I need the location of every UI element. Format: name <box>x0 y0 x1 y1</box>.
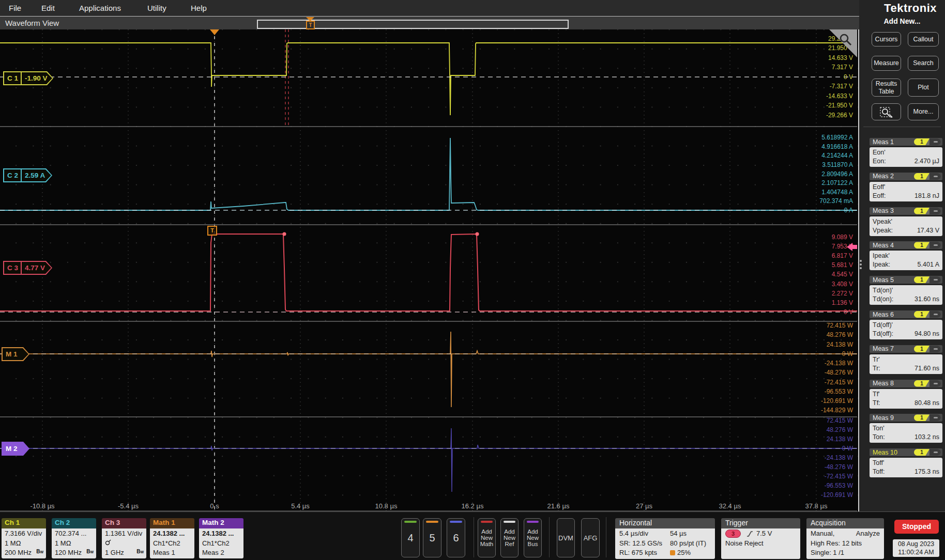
meas-panel-1[interactable]: Meas 11Eon'Eon:2.470 µJ <box>870 138 942 167</box>
panel-resize-handle[interactable] <box>860 258 862 271</box>
horizontal-scale: 5.4 µs/div <box>619 529 670 539</box>
overview-trigger-marker[interactable]: T <box>306 21 315 29</box>
menu-item-edit[interactable]: Edit <box>41 4 55 12</box>
channel-badge-title: Math 2 <box>199 518 243 528</box>
meas-key: Eoff: <box>873 192 886 199</box>
meas-value: 2.470 µJ <box>914 158 939 165</box>
math1-badge[interactable]: M 1 <box>2 347 29 361</box>
callout-button[interactable]: Callout <box>908 32 939 46</box>
math1-scale-label: 0 W <box>842 350 853 357</box>
meas-source-badge: 1 <box>914 208 941 214</box>
menu-item-file[interactable]: File <box>9 4 21 12</box>
math1-settings-badge[interactable]: Math 124.1382 ...Ch1*Ch2Meas 1 <box>150 518 194 558</box>
channel-4-button[interactable]: 4 <box>401 518 420 557</box>
math2-scale-label: 24.138 W <box>827 435 853 443</box>
ch1-trace <box>0 43 857 115</box>
ch2-settings-badge[interactable]: Ch 2702.374 ...1 MΩ120 MHzBW <box>52 518 96 558</box>
ch2-scale-label: 0 A <box>844 207 853 214</box>
time-axis-label: 16.2 µs <box>462 502 484 510</box>
meas-panel-2[interactable]: Meas 21Eoff'Eoff:181.8 nJ <box>870 173 942 201</box>
plot-button[interactable]: Plot <box>908 79 939 97</box>
menu-item-applications[interactable]: Applications <box>79 4 121 12</box>
math2-scale-label: -24.138 W <box>825 454 853 461</box>
ch1-scale-label: -29.266 V <box>826 112 853 119</box>
meas-panel-10[interactable]: Meas 101Toff'Toff:175.3 ns <box>870 448 942 477</box>
bandwidth-icon: BW <box>36 547 43 557</box>
ch1-scale-label: -14.633 V <box>826 92 853 100</box>
ch3-badge[interactable]: C 34.77 V <box>3 261 52 275</box>
channel-5-button[interactable]: 5 <box>423 518 441 557</box>
trigger-panel[interactable]: Trigger 3 7.5 V Noise Reject <box>721 518 800 559</box>
math1-scale-label: -72.415 W <box>825 379 853 386</box>
meas-name: Ipeak' <box>873 252 939 259</box>
ch3-trace <box>0 234 857 311</box>
stopped-button[interactable]: Stopped <box>894 520 939 534</box>
dvm-button[interactable]: DVM <box>557 518 575 557</box>
meas-title: Meas 9 <box>873 414 894 422</box>
ch3-settings-badge[interactable]: Ch 31.1361 V/div1 GHzBW <box>102 518 146 558</box>
results-table-button[interactable]: Results Table <box>872 79 901 97</box>
menu-item-utility[interactable]: Utility <box>147 4 166 12</box>
ch1-settings-badge[interactable]: Ch 17.3166 V/div1 MΩ200 MHzBW <box>2 518 46 558</box>
math2-scale-label: -120.691 W <box>821 491 853 499</box>
meas-source-badge: 1 <box>914 138 941 145</box>
sidebar-separator <box>863 127 941 127</box>
meas-title: Meas 1 <box>873 138 894 146</box>
measure-button[interactable]: Measure <box>872 56 901 71</box>
cursors-button[interactable]: Cursors <box>872 32 901 46</box>
more--button[interactable]: More... <box>908 103 939 120</box>
channel-badge-title: Ch 2 <box>52 518 96 528</box>
waveform-display[interactable]: 29.266 V21.950 V14.633 V7.317 V0 V-7.317… <box>0 29 859 511</box>
meas-source-badge: 1 <box>914 380 941 387</box>
meas-panel-5[interactable]: Meas 51Td(on)'Td(on):31.60 ns <box>870 276 942 305</box>
zoom-mode-button[interactable] <box>872 103 901 120</box>
meas-source-badge: 1 <box>914 346 941 352</box>
meas-panel-9[interactable]: Meas 91Ton'Ton:103.2 ns <box>870 414 942 443</box>
channel-setting-row: 702.374 ... <box>55 529 94 539</box>
meas-panel-3[interactable]: Meas 31Vpeak'Vpeak:17.43 V <box>870 207 942 236</box>
meas-source-badge: 1 <box>914 173 941 180</box>
trigger-title: Trigger <box>721 518 800 528</box>
ch1-badge[interactable]: C 1-1.90 V <box>3 71 53 85</box>
datetime-display: 08 Aug 2023 11:00:24 AM <box>893 539 939 557</box>
meas-panel-6[interactable]: Meas 61Td(off)'Td(off):94.80 ns <box>870 310 942 339</box>
acq-resolution: High Res: 12 bits <box>811 539 881 549</box>
math2-settings-badge[interactable]: Math 224.1382 ...Ch1*Ch2Meas 2 <box>199 518 243 558</box>
trigger-mode: Noise Reject <box>725 539 797 549</box>
add-new-ref-button[interactable]: Add New Ref <box>500 518 519 557</box>
overview-left-bracket <box>257 20 261 29</box>
add-new-bus-button[interactable]: Add New Bus <box>524 518 542 557</box>
trigger-position-icon[interactable] <box>210 29 219 35</box>
meas-panel-8[interactable]: Meas 81Tf'Tf:80.48 ns <box>870 380 942 409</box>
record-length: RL: 675 kpts <box>619 548 670 558</box>
channel-6-button[interactable]: 6 <box>447 518 465 557</box>
acquisition-panel[interactable]: Acquisition Manual,Analyze High Res: 12 … <box>806 518 884 559</box>
trigger-level-arrow[interactable] <box>847 243 857 251</box>
math1-scale-label: -120.691 W <box>821 397 853 405</box>
ch2-badge[interactable]: C 22.59 A <box>3 168 52 182</box>
meas-name: Ton' <box>873 425 939 432</box>
acquisition-title: Acquisition <box>806 518 884 528</box>
channel-setting-row: 24.1382 ... <box>153 529 192 539</box>
ch1-scale-label: 7.317 V <box>832 64 853 71</box>
ch3-scale-label: 1.136 V <box>832 299 853 306</box>
math1-scale-label: 72.415 W <box>827 322 853 329</box>
rising-edge-icon <box>746 530 753 537</box>
math2-badge[interactable]: M 2 <box>2 442 29 456</box>
meas-source-badge: 1 <box>914 276 941 283</box>
add-new-math-button[interactable]: Add New Math <box>478 518 496 557</box>
meas-panel-4[interactable]: Meas 41Ipeak'Ipeak:5.401 A <box>870 241 942 270</box>
meas-key: Vpeak: <box>873 227 893 234</box>
meas-key: Td(off): <box>873 330 893 337</box>
menu-item-help[interactable]: Help <box>191 4 207 12</box>
math2-scale-label: 72.415 W <box>827 417 853 424</box>
ch2-scale-label: 2.107122 A <box>821 179 853 186</box>
zoom-overview-bar[interactable]: T <box>257 20 569 29</box>
horizontal-panel[interactable]: Horizontal 5.4 µs/div54 µs SR: 12.5 GS/s… <box>615 518 715 559</box>
search-button[interactable]: Search <box>908 56 939 71</box>
ch2-scale-label: 5.618992 A <box>821 134 853 141</box>
afg-button[interactable]: AFG <box>581 518 600 557</box>
waveform-view-tabbar[interactable]: Waveform View T <box>0 16 859 30</box>
meas-panel-7[interactable]: Meas 71Tr'Tr:71.60 ns <box>870 345 942 374</box>
meas-name: Td(off)' <box>873 321 939 329</box>
